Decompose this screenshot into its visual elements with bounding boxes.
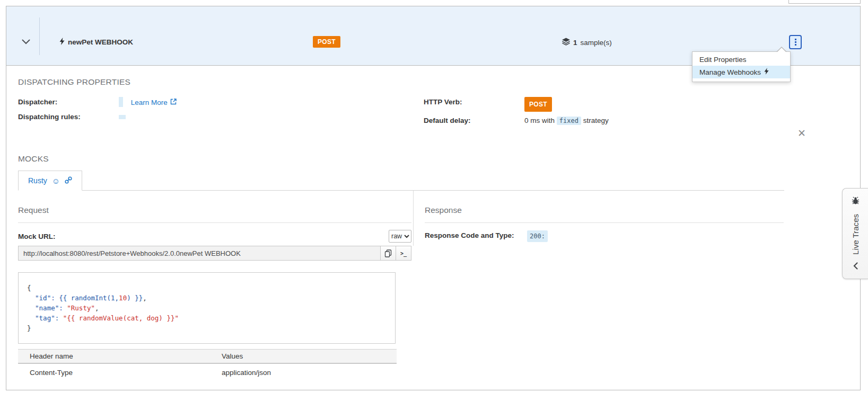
response-code-badge: 200: (527, 230, 548, 242)
dispatching-rules-empty-chip (119, 115, 126, 119)
format-select[interactable]: raw (389, 230, 411, 243)
dispatching-left-column: Dispatcher: Learn More Dis (18, 97, 424, 130)
learn-more-link[interactable]: Learn More (131, 97, 177, 108)
kebab-menu-button[interactable] (789, 35, 802, 49)
kebab-dot (795, 39, 796, 40)
close-button[interactable]: ✕ (797, 128, 806, 138)
request-title: Request (18, 206, 411, 215)
bolt-icon (764, 68, 769, 76)
response-code-label: Response Code and Type: (425, 230, 527, 241)
response-title: Response (425, 206, 784, 215)
http-verb-label: HTTP Verb: (424, 97, 524, 108)
menu-item-manage-webhooks[interactable]: Manage Webhooks (692, 66, 790, 78)
layers-icon (562, 38, 570, 47)
values-column: Values (210, 350, 397, 364)
terminal-button[interactable]: >_ (396, 246, 411, 261)
response-divider (425, 222, 784, 223)
header-divider (39, 17, 40, 55)
default-delay-value: 0 ms with fixed strategy (524, 115, 609, 126)
http-verb-row: HTTP Verb: POST (424, 97, 848, 112)
delay-prefix: 0 ms with (524, 117, 555, 124)
operation-title: newPet WEBHOOK (59, 38, 133, 47)
mock-url-row: Mock URL: raw (18, 230, 411, 243)
copy-button[interactable] (380, 246, 396, 261)
headers-table-header-row: Header name Values (18, 350, 397, 364)
dispatching-rules-label: Dispatching rules: (18, 112, 119, 122)
table-row: Content-Type application/json (18, 363, 397, 385)
live-traces-label: Live Traces (851, 214, 860, 255)
menu-item-edit-properties[interactable]: Edit Properties (692, 53, 790, 66)
bolt-icon (59, 38, 65, 47)
default-delay-row: Default delay: 0 ms with fixed strategy (424, 115, 848, 126)
samples-count: 1 sample(s) (562, 38, 612, 47)
header-value-cell: application/json (210, 363, 397, 385)
collapse-chevron-icon[interactable] (22, 38, 30, 46)
samples-count-number: 1 (573, 39, 577, 47)
response-code-row: Response Code and Type: 200: (425, 230, 784, 242)
dispatcher-empty-chip (119, 97, 123, 107)
method-badge: POST (313, 36, 340, 48)
dispatcher-label: Dispatcher: (18, 97, 119, 108)
smiley-icon: ☺ (52, 177, 60, 185)
samples-count-label: sample(s) (581, 39, 612, 47)
mock-url-label: Mock URL: (18, 233, 56, 240)
bug-icon (851, 196, 860, 207)
default-delay-label: Default delay: (424, 115, 524, 126)
mock-url-input-group: >_ (18, 246, 411, 261)
mock-url-input[interactable] (18, 246, 381, 261)
kebab-dot (795, 44, 796, 46)
kebab-dropdown-menu: Edit Properties Manage Webhooks (692, 51, 791, 82)
request-pane: Request Mock URL: raw > (18, 191, 411, 385)
request-divider (18, 222, 411, 223)
top-right-cutoff-panel (788, 0, 861, 4)
delay-strategy-chip: fixed (557, 117, 581, 125)
external-link-icon (170, 97, 177, 108)
response-pane: Response Response Code and Type: 200: (413, 191, 784, 246)
mocks-tab-bar: Rusty ☺ (18, 171, 784, 191)
operation-title-text: newPet WEBHOOK (68, 38, 133, 46)
dispatching-rules-row: Dispatching rules: (18, 112, 424, 122)
request-headers-table: Header name Values Content-Type applicat… (18, 349, 397, 385)
manage-webhooks-label: Manage Webhooks (699, 68, 761, 76)
dispatching-right-column: HTTP Verb: POST Default delay: 0 ms with… (424, 97, 848, 130)
learn-more-label: Learn More (131, 97, 168, 108)
mock-detail: Request Mock URL: raw > (18, 191, 784, 385)
delay-suffix: strategy (583, 117, 609, 124)
kebab-dot (795, 41, 796, 43)
mocks-section-title: MOCKS (18, 154, 848, 164)
chevron-left-icon (853, 262, 858, 271)
header-name-column: Header name (18, 350, 210, 364)
request-body-code: { "id": {{ randomInt(1,10) }}, "name": "… (18, 272, 396, 344)
operation-details: DISPATCHING PROPERTIES Dispatcher: Learn… (6, 66, 860, 390)
tab-rusty-label: Rusty (28, 176, 47, 185)
live-traces-tab[interactable]: Live Traces (842, 188, 868, 279)
dispatcher-value: Learn More (119, 97, 177, 108)
header-name-cell: Content-Type (18, 363, 210, 385)
http-verb-badge: POST (524, 97, 552, 112)
dispatching-properties: Dispatcher: Learn More Dis (18, 97, 848, 130)
tab-rusty[interactable]: Rusty ☺ (18, 171, 82, 191)
edit-properties-label: Edit Properties (699, 56, 747, 64)
link-icon[interactable] (65, 176, 72, 185)
terminal-icon: >_ (400, 251, 407, 256)
dispatcher-row: Dispatcher: Learn More (18, 97, 424, 108)
